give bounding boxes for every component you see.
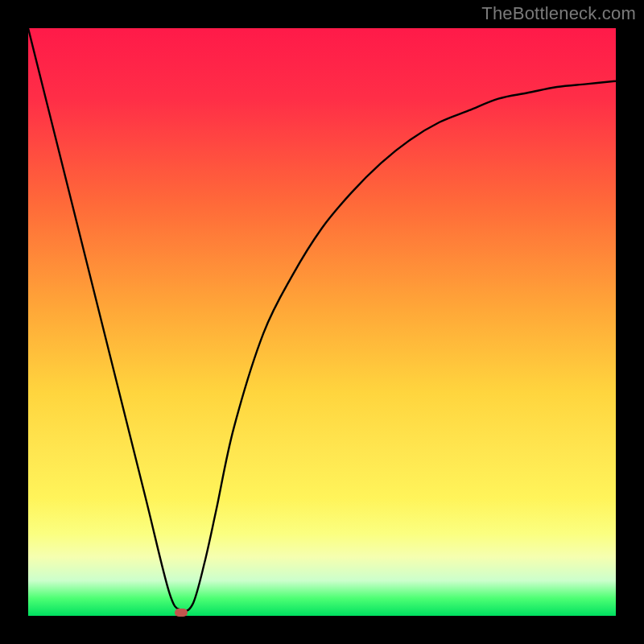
watermark-text: TheBottleneck.com <box>481 3 636 24</box>
plot-area <box>28 28 616 616</box>
minimum-marker <box>175 609 188 617</box>
bottleneck-curve-svg <box>28 28 616 616</box>
bottleneck-curve <box>28 28 616 611</box>
chart-frame: TheBottleneck.com <box>0 0 644 644</box>
